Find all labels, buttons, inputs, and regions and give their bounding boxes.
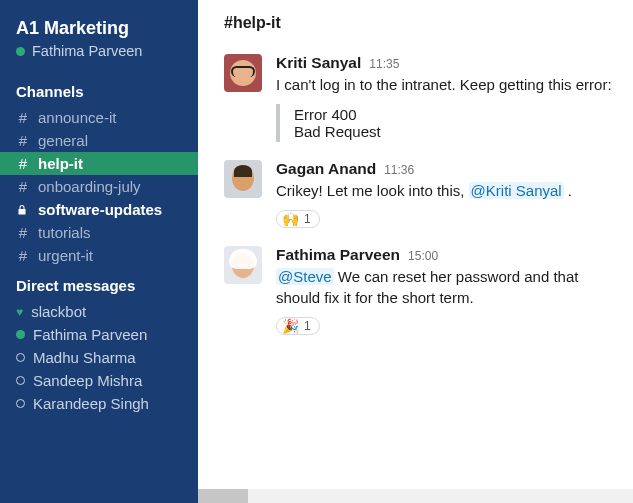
- heart-icon: ♥: [16, 305, 23, 319]
- hash-icon: #: [16, 224, 30, 241]
- sidebar-item-urgent-it[interactable]: # urgent-it: [0, 244, 198, 267]
- sidebar-dm-slackbot[interactable]: ♥ slackbot: [0, 300, 198, 323]
- avatar[interactable]: [224, 160, 262, 198]
- quote-line: Bad Request: [294, 123, 615, 140]
- channel-label: help-it: [38, 155, 83, 172]
- sidebar-item-onboarding-july[interactable]: # onboarding-july: [0, 175, 198, 198]
- message-text: I can't log in to the intranet. Keep get…: [276, 72, 615, 96]
- message: Fathima Parveen 15:00 @Steve We can rese…: [224, 246, 615, 336]
- hash-icon: #: [16, 247, 30, 264]
- message-pane: #help-it Kriti Sanyal 11:35 I can't log …: [198, 0, 633, 503]
- sidebar: A1 Marketing Fathima Parveen Channels # …: [0, 0, 198, 503]
- party-popper-icon: 🎉: [282, 319, 299, 333]
- channel-label: tutorials: [38, 224, 91, 241]
- current-user-presence[interactable]: Fathima Parveen: [0, 43, 198, 73]
- channel-label: software-updates: [38, 201, 162, 218]
- sidebar-item-general[interactable]: # general: [0, 129, 198, 152]
- channel-header[interactable]: #help-it: [224, 14, 615, 32]
- section-channels[interactable]: Channels: [0, 73, 198, 106]
- horizontal-scrollbar[interactable]: [198, 489, 633, 503]
- dm-label: Fathima Parveen: [33, 326, 147, 343]
- sidebar-dm-sandeep[interactable]: Sandeep Mishra: [0, 369, 198, 392]
- hash-icon: #: [16, 132, 30, 149]
- message: Kriti Sanyal 11:35 I can't log in to the…: [224, 54, 615, 142]
- sidebar-item-help-it[interactable]: # help-it: [0, 152, 198, 175]
- presence-away-icon: [16, 353, 25, 362]
- message-text: @Steve We can reset her password and tha…: [276, 264, 615, 310]
- presence-dot-icon: [16, 330, 25, 339]
- quote-line: Error 400: [294, 106, 615, 123]
- message-time: 11:35: [369, 57, 399, 71]
- sidebar-dm-karandeep[interactable]: Karandeep Singh: [0, 392, 198, 415]
- presence-away-icon: [16, 399, 25, 408]
- channel-label: general: [38, 132, 88, 149]
- reaction-count: 1: [304, 319, 311, 333]
- presence-away-icon: [16, 376, 25, 385]
- message-author[interactable]: Fathima Parveen: [276, 246, 400, 264]
- reaction-count: 1: [304, 212, 311, 226]
- lock-icon: [16, 204, 30, 216]
- current-user-name: Fathima Parveen: [32, 43, 142, 59]
- dm-label: slackbot: [31, 303, 86, 320]
- section-dms[interactable]: Direct messages: [0, 267, 198, 300]
- workspace-name[interactable]: A1 Marketing: [0, 18, 198, 43]
- dm-label: Madhu Sharma: [33, 349, 136, 366]
- channel-label: urgent-it: [38, 247, 93, 264]
- reaction[interactable]: 🙌 1: [276, 210, 320, 228]
- message-author[interactable]: Gagan Anand: [276, 160, 376, 178]
- message-text: Crikey! Let me look into this, @Kriti Sa…: [276, 178, 615, 202]
- dm-label: Karandeep Singh: [33, 395, 149, 412]
- reaction[interactable]: 🎉 1: [276, 317, 320, 335]
- sidebar-item-software-updates[interactable]: software-updates: [0, 198, 198, 221]
- dm-label: Sandeep Mishra: [33, 372, 142, 389]
- mention[interactable]: @Steve: [276, 268, 334, 285]
- channel-label: announce-it: [38, 109, 116, 126]
- sidebar-dm-fathima[interactable]: Fathima Parveen: [0, 323, 198, 346]
- message-author[interactable]: Kriti Sanyal: [276, 54, 361, 72]
- message-time: 11:36: [384, 163, 414, 177]
- hash-icon: #: [16, 178, 30, 195]
- sidebar-dm-madhu[interactable]: Madhu Sharma: [0, 346, 198, 369]
- channel-label: onboarding-july: [38, 178, 141, 195]
- avatar[interactable]: [224, 54, 262, 92]
- hash-icon: #: [16, 109, 30, 126]
- message: Gagan Anand 11:36 Crikey! Let me look in…: [224, 160, 615, 228]
- raised-hands-icon: 🙌: [282, 212, 299, 226]
- message-quote: Error 400 Bad Request: [276, 104, 615, 142]
- sidebar-item-announce-it[interactable]: # announce-it: [0, 106, 198, 129]
- message-time: 15:00: [408, 249, 438, 263]
- hash-icon: #: [16, 155, 30, 172]
- mention[interactable]: @Kriti Sanyal: [469, 182, 564, 199]
- avatar[interactable]: [224, 246, 262, 284]
- sidebar-item-tutorials[interactable]: # tutorials: [0, 221, 198, 244]
- presence-dot-icon: [16, 47, 25, 56]
